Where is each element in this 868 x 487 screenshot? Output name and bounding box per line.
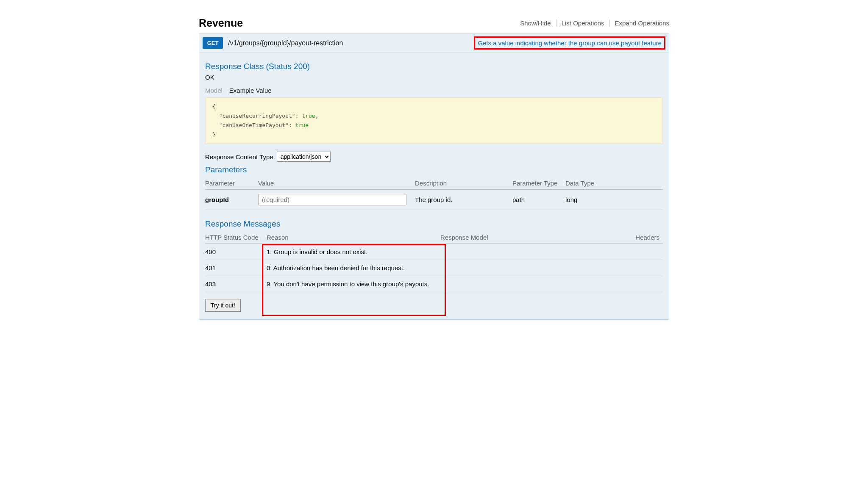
example-json-block[interactable]: { "canUseRecurringPayout": true, "canUse… <box>205 97 663 144</box>
tab-model[interactable]: Model <box>205 87 223 94</box>
page-title: Revenue <box>199 17 243 29</box>
header-actions: Show/Hide List Operations Expand Operati… <box>515 19 669 27</box>
table-row: 401 0: Authorization has been denied for… <box>205 260 663 276</box>
table-row: groupId The group id. path long <box>205 190 663 210</box>
status-code: 403 <box>205 276 267 292</box>
response-class-heading: Response Class (Status 200) <box>205 62 663 71</box>
param-value-input[interactable] <box>258 194 406 205</box>
col-description: Description <box>415 177 512 190</box>
table-row: 400 1: Group is invalid or does not exis… <box>205 244 663 260</box>
col-data-type: Data Type <box>565 177 663 190</box>
param-name: groupId <box>205 190 258 210</box>
response-ok-text: OK <box>205 74 663 81</box>
status-code: 400 <box>205 244 267 260</box>
status-reason: 0: Authorization has been denied for thi… <box>267 260 440 276</box>
response-messages-table: HTTP Status Code Reason Response Model H… <box>205 231 663 292</box>
col-reason: Reason <box>267 231 440 244</box>
table-row: 403 9: You don't have permission to view… <box>205 276 663 292</box>
col-parameter-type: Parameter Type <box>512 177 565 190</box>
status-code: 401 <box>205 260 267 276</box>
col-value: Value <box>258 177 415 190</box>
col-status-code: HTTP Status Code <box>205 231 267 244</box>
col-headers: Headers <box>629 231 663 244</box>
http-method-badge: GET <box>203 37 223 49</box>
param-type: path <box>512 190 565 210</box>
list-operations-link[interactable]: List Operations <box>556 19 610 27</box>
tab-example-value[interactable]: Example Value <box>229 87 272 94</box>
try-it-out-button[interactable]: Try it out! <box>205 299 241 312</box>
response-content-type-label: Response Content Type <box>205 153 273 160</box>
response-content-type-select[interactable]: application/json <box>277 152 331 162</box>
operation-panel: GET /v1/groups/{groupId}/payout-restrict… <box>199 33 669 320</box>
parameters-table: Parameter Value Description Parameter Ty… <box>205 177 663 210</box>
col-parameter: Parameter <box>205 177 258 190</box>
response-messages-heading: Response Messages <box>205 219 663 229</box>
endpoint-path: /v1/groups/{groupId}/payout-restriction <box>228 39 343 47</box>
expand-operations-link[interactable]: Expand Operations <box>610 19 669 27</box>
operation-summary: Gets a value indicating whether the grou… <box>474 36 665 50</box>
status-reason: 1: Group is invalid or does not exist. <box>267 244 440 260</box>
param-description: The group id. <box>415 190 512 210</box>
operation-header[interactable]: GET /v1/groups/{groupId}/payout-restrict… <box>199 34 669 53</box>
parameters-heading: Parameters <box>205 165 663 174</box>
col-response-model: Response Model <box>440 231 629 244</box>
status-reason: 9: You don't have permission to view thi… <box>267 276 440 292</box>
show-hide-link[interactable]: Show/Hide <box>515 19 556 27</box>
param-datatype: long <box>565 190 663 210</box>
